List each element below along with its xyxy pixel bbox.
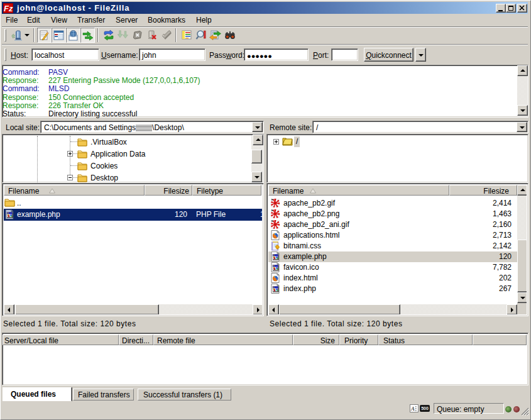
svg-text:A: A	[410, 406, 415, 412]
